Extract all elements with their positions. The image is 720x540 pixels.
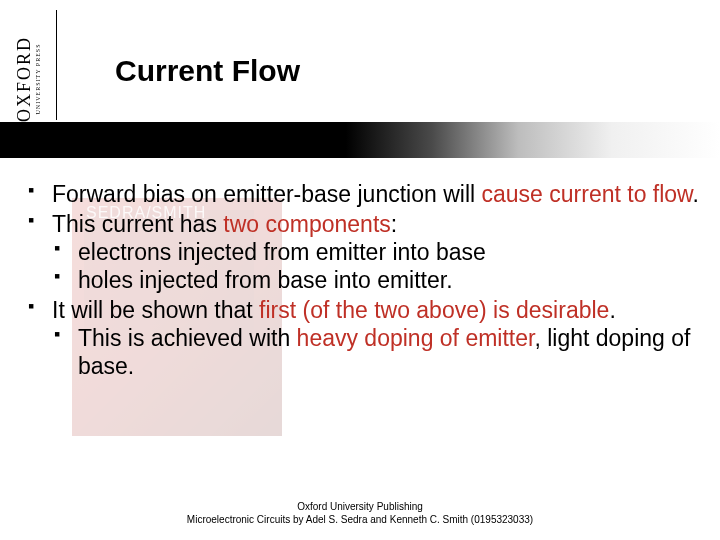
bullet-3-sublist: This is achieved with heavy doping of em…	[52, 324, 700, 380]
gradient-bar	[0, 122, 720, 158]
bullet-1-text-b: .	[692, 181, 698, 207]
footer-line-1: Oxford University Publishing	[0, 501, 720, 514]
bullet-3-1-highlight: heavy doping of emitter	[297, 325, 535, 351]
bullet-3-highlight: first (of the two above) is desirable	[259, 297, 609, 323]
logo-main-text: OXFORD	[14, 36, 34, 122]
bullet-2-2: holes injected from base into emitter.	[52, 266, 700, 294]
bullet-1: Forward bias on emitter-base junction wi…	[26, 180, 700, 208]
bullet-1-highlight: cause current to flow	[482, 181, 693, 207]
bullet-3-text-b: .	[609, 297, 615, 323]
slide-title: Current Flow	[115, 54, 300, 88]
bullet-3-1: This is achieved with heavy doping of em…	[52, 324, 700, 380]
footer-line-2: Microelectronic Circuits by Adel S. Sedr…	[0, 514, 720, 527]
publisher-logo: OXFORD UNIVERSITY PRESS	[14, 36, 41, 122]
bullet-list: Forward bias on emitter-base junction wi…	[26, 180, 700, 380]
bullet-3-text-a: It will be shown that	[52, 297, 259, 323]
bullet-2: This current has two components: electro…	[26, 210, 700, 294]
bullet-3: It will be shown that first (of the two …	[26, 296, 700, 380]
bullet-3-1-text-a: This is achieved with	[78, 325, 297, 351]
logo-divider	[56, 10, 57, 120]
bullet-2-1-text: electrons injected from emitter into bas…	[78, 239, 486, 265]
bullet-1-text-a: Forward bias on emitter-base junction wi…	[52, 181, 482, 207]
bullet-2-text-b: :	[391, 211, 397, 237]
content-area: Forward bias on emitter-base junction wi…	[26, 180, 700, 382]
bullet-2-2-text: holes injected from base into emitter.	[78, 267, 453, 293]
bullet-2-text-a: This current has	[52, 211, 223, 237]
bullet-2-highlight: two components	[223, 211, 390, 237]
bullet-2-1: electrons injected from emitter into bas…	[52, 238, 700, 266]
logo-sub-text: UNIVERSITY PRESS	[35, 36, 41, 122]
footer: Oxford University Publishing Microelectr…	[0, 501, 720, 526]
bullet-2-sublist: electrons injected from emitter into bas…	[52, 238, 700, 294]
